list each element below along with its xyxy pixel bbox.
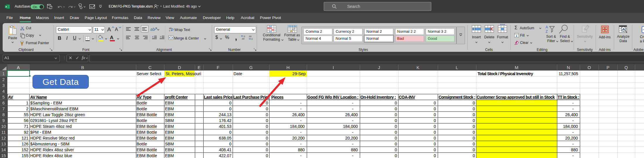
svg-text:A: A (546, 25, 548, 29)
svg-text:c: c (169, 29, 170, 32)
svg-text:.00: .00 (248, 35, 251, 38)
svg-text:0: 0 (251, 38, 253, 40)
svg-text:X: X (5, 5, 7, 8)
svg-text:Z: Z (546, 30, 548, 33)
svg-text:.00: .00 (241, 37, 244, 40)
